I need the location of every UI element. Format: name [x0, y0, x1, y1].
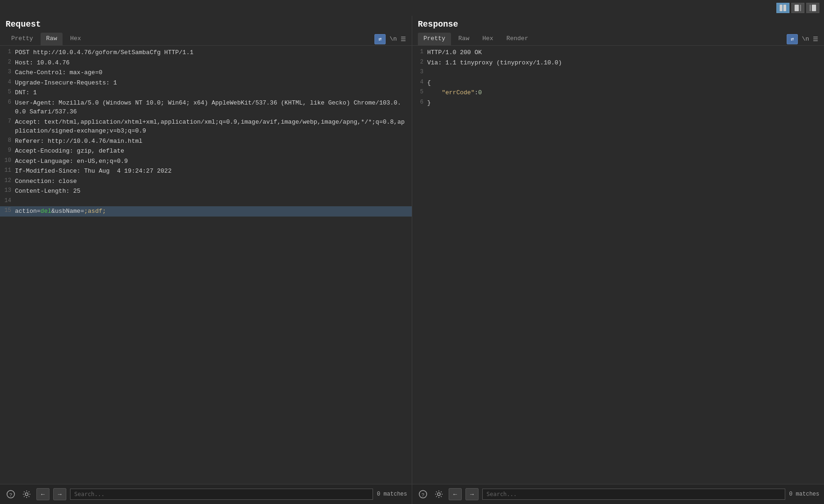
view-toggle: [776, 3, 819, 13]
svg-rect-3: [800, 5, 801, 11]
response-title: Response: [412, 16, 824, 31]
table-row: 4 Upgrade-Insecure-Requests: 1: [0, 78, 412, 88]
request-tab-bar: Pretty Raw Hex ⇄ \n ☰: [0, 31, 412, 46]
request-tab-raw[interactable]: Raw: [41, 33, 63, 45]
response-tab-raw[interactable]: Raw: [453, 33, 475, 45]
request-menu-button[interactable]: ☰: [401, 35, 406, 43]
response-prev-button[interactable]: ←: [449, 488, 462, 500]
table-row: 9 Accept-Encoding: gzip, deflate: [0, 146, 412, 156]
table-row: 5 "errCode":0: [412, 88, 824, 98]
request-search-bar: ? ← → 0 matches: [0, 484, 412, 504]
response-newline-button[interactable]: \n: [802, 35, 809, 42]
table-row: 13 Content-Length: 25: [0, 186, 412, 196]
request-tab-actions: ⇄ \n ☰: [374, 34, 406, 44]
response-tab-render[interactable]: Render: [501, 33, 534, 45]
request-newline-button[interactable]: \n: [389, 35, 397, 42]
top-bar: [0, 0, 824, 16]
single-left-view-button[interactable]: [791, 3, 804, 13]
svg-point-8: [25, 493, 28, 496]
table-row: 8 Referer: http://10.0.4.76/main.html: [0, 136, 412, 147]
table-row: 5 DNT: 1: [0, 88, 412, 98]
svg-rect-0: [780, 5, 782, 11]
table-row: 11 If-Modified-Since: Thu Aug 4 19:24:27…: [0, 166, 412, 176]
request-title: Request: [0, 16, 412, 31]
table-row: 3: [412, 68, 824, 78]
request-help-button[interactable]: ?: [5, 488, 17, 500]
table-row: 6 User-Agent: Mozilla/5.0 (Windows NT 10…: [0, 98, 412, 117]
response-help-button[interactable]: ?: [417, 488, 429, 500]
response-content: 1 HTTP/1.0 200 OK 2 Via: 1.1 tinyproxy (…: [412, 46, 824, 484]
request-next-button[interactable]: →: [53, 488, 66, 500]
response-tab-actions: ⇄ \n ☰: [787, 34, 818, 44]
response-menu-button[interactable]: ☰: [813, 35, 818, 43]
response-search-input[interactable]: [482, 489, 785, 500]
table-row: 1 POST http://10.0.4.76/goform/SetSambaC…: [0, 48, 412, 58]
table-row: 6 }: [412, 98, 824, 108]
main-panels: Request Pretty Raw Hex ⇄ \n ☰ 1 POST htt…: [0, 16, 824, 504]
table-row: 14: [0, 196, 412, 207]
response-panel: Response Pretty Raw Hex Render ⇄ \n ☰ 1 …: [412, 16, 824, 504]
table-row: 3 Cache-Control: max-age=0: [0, 68, 412, 78]
svg-rect-4: [810, 5, 811, 11]
request-match-count: 0 matches: [377, 491, 407, 497]
table-row: 2 Via: 1.1 tinyproxy (tinyproxy/1.10.0): [412, 58, 824, 68]
request-content: 1 POST http://10.0.4.76/goform/SetSambaC…: [0, 46, 412, 484]
request-tab-hex[interactable]: Hex: [64, 33, 86, 45]
svg-rect-2: [795, 5, 799, 11]
table-row: 1 HTTP/1.0 200 OK: [412, 48, 824, 58]
request-tab-pretty[interactable]: Pretty: [6, 33, 39, 45]
single-right-view-button[interactable]: [806, 3, 819, 13]
response-tab-hex[interactable]: Hex: [477, 33, 499, 45]
request-search-input[interactable]: [70, 489, 373, 500]
split-view-button[interactable]: [776, 3, 789, 13]
svg-point-11: [437, 493, 440, 496]
table-row: 12 Connection: close: [0, 176, 412, 187]
svg-rect-5: [812, 5, 816, 11]
response-match-count: 0 matches: [789, 491, 819, 497]
svg-rect-1: [783, 5, 786, 11]
svg-text:?: ?: [9, 492, 13, 498]
response-tab-bar: Pretty Raw Hex Render ⇄ \n ☰: [412, 31, 824, 46]
response-search-bar: ? ← → 0 matches: [412, 484, 824, 504]
request-prev-button[interactable]: ←: [36, 488, 49, 500]
request-panel: Request Pretty Raw Hex ⇄ \n ☰ 1 POST htt…: [0, 16, 412, 504]
table-row: 4 {: [412, 78, 824, 88]
response-wrap-button[interactable]: ⇄: [787, 34, 798, 44]
svg-text:?: ?: [422, 492, 425, 498]
table-row: 2 Host: 10.0.4.76: [0, 58, 412, 68]
response-next-button[interactable]: →: [465, 488, 479, 500]
table-row: 7 Accept: text/html,application/xhtml+xm…: [0, 117, 412, 136]
response-settings-button[interactable]: [433, 488, 445, 500]
table-row: 10 Accept-Language: en-US,en;q=0.9: [0, 156, 412, 167]
request-wrap-button[interactable]: ⇄: [374, 34, 386, 44]
request-settings-button[interactable]: [21, 488, 33, 500]
response-tab-pretty[interactable]: Pretty: [418, 33, 451, 45]
table-row: 15 action=del&usbName=;asdf;: [0, 206, 412, 217]
